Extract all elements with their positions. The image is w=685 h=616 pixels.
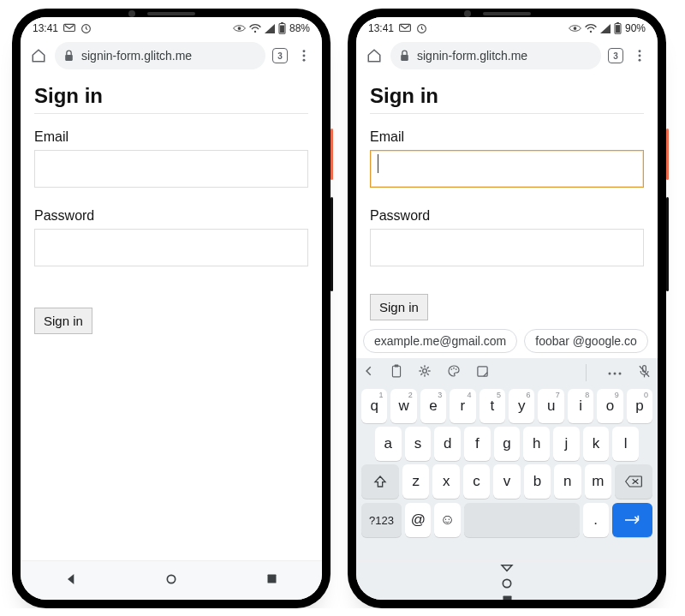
key-p[interactable]: p0 — [627, 389, 652, 423]
svg-point-22 — [639, 55, 641, 57]
password-field[interactable] — [370, 229, 644, 266]
backspace-key[interactable] — [615, 464, 652, 499]
key-m[interactable]: m — [585, 464, 611, 499]
at-key[interactable]: @ — [405, 503, 431, 537]
status-time: 13:41 — [368, 22, 394, 34]
symbols-key[interactable]: ?123 — [361, 503, 402, 537]
svg-point-39 — [609, 373, 611, 375]
key-b[interactable]: b — [524, 464, 551, 499]
key-r[interactable]: r4 — [450, 389, 475, 423]
nav-home-icon[interactable] — [500, 577, 514, 594]
key-y[interactable]: y6 — [509, 389, 534, 423]
password-field[interactable] — [34, 229, 308, 266]
key-x[interactable]: x — [432, 464, 459, 499]
key-z[interactable]: z — [402, 464, 429, 499]
svg-line-31 — [420, 367, 422, 368]
signin-button[interactable]: Sign in — [370, 294, 428, 320]
palette-icon[interactable] — [447, 364, 461, 381]
password-label: Password — [34, 208, 308, 224]
key-j[interactable]: j — [553, 427, 580, 461]
lock-icon — [399, 50, 410, 62]
sticker-icon[interactable] — [476, 365, 489, 381]
gear-icon[interactable] — [418, 364, 432, 381]
email-label: Email — [34, 129, 308, 145]
autofill-suggestion[interactable]: foobar @google.co — [524, 329, 648, 353]
email-label: Email — [370, 129, 644, 145]
page-content: Sign in Email Password Sign in — [21, 75, 322, 560]
url-bar[interactable]: signin-form.glitch.me — [390, 42, 601, 69]
wifi-icon — [249, 24, 261, 33]
key-w[interactable]: w2 — [390, 389, 416, 423]
key-i[interactable]: i8 — [568, 389, 593, 423]
volume-button — [331, 197, 333, 291]
key-f[interactable]: f — [464, 427, 491, 461]
key-v[interactable]: v — [493, 464, 520, 499]
nav-recent-icon[interactable] — [265, 572, 278, 589]
svg-rect-20 — [401, 55, 408, 61]
nav-recent-icon[interactable] — [501, 594, 514, 600]
key-l[interactable]: l — [612, 427, 639, 461]
enter-key[interactable] — [612, 503, 652, 537]
svg-point-3 — [254, 30, 256, 32]
svg-point-15 — [574, 27, 577, 30]
space-key[interactable] — [464, 503, 580, 537]
home-icon[interactable] — [365, 48, 384, 63]
svg-rect-5 — [281, 22, 283, 23]
browser-toolbar: signin-form.glitch.me 3 — [21, 39, 322, 75]
key-a[interactable]: a — [375, 427, 402, 461]
phone-speaker — [483, 12, 531, 15]
autofill-suggestion[interactable]: example.me@gmail.com — [363, 329, 517, 353]
more-icon[interactable] — [607, 365, 622, 380]
tab-switcher[interactable]: 3 — [272, 48, 288, 63]
svg-point-11 — [168, 575, 176, 583]
key-h[interactable]: h — [523, 427, 550, 461]
home-icon[interactable] — [29, 48, 48, 63]
phone-left: 13:41 88% signin-form.glitch.me 3 — [12, 9, 331, 608]
keyboard-row: ?123 @ ☺ . — [356, 500, 658, 542]
nav-home-icon[interactable] — [164, 572, 178, 589]
battery-percent: 88% — [289, 22, 310, 34]
key-d[interactable]: d — [434, 427, 461, 461]
dot-key[interactable]: . — [583, 503, 609, 537]
tab-switcher[interactable]: 3 — [608, 48, 623, 63]
key-k[interactable]: k — [583, 427, 610, 461]
eye-icon — [569, 24, 581, 33]
mic-off-icon[interactable] — [638, 364, 651, 382]
emoji-key[interactable]: ☺ — [434, 503, 460, 537]
key-t[interactable]: t5 — [480, 389, 505, 423]
nav-back-icon[interactable] — [64, 572, 78, 589]
system-navbar — [21, 560, 322, 600]
nav-hide-keyboard-icon[interactable] — [500, 561, 514, 577]
svg-point-9 — [303, 55, 306, 57]
svg-rect-18 — [616, 22, 619, 23]
key-u[interactable]: u7 — [538, 389, 563, 423]
battery-percent: 90% — [625, 22, 646, 34]
svg-point-21 — [639, 50, 641, 52]
shift-key[interactable] — [361, 464, 399, 499]
key-e[interactable]: e3 — [420, 389, 446, 423]
keyboard-row: zxcvbnm — [356, 463, 658, 500]
keyboard-row: asdfghjkl — [356, 425, 658, 463]
phone-right: 13:41 90% signin-form.glitch.me 3 — [348, 9, 666, 608]
svg-point-2 — [238, 27, 241, 30]
email-field[interactable] — [34, 150, 308, 188]
key-g[interactable]: g — [494, 427, 521, 461]
key-q[interactable]: q1 — [361, 389, 387, 423]
system-navbar — [356, 560, 658, 600]
signin-button[interactable]: Sign in — [34, 308, 92, 334]
key-s[interactable]: s — [405, 427, 432, 461]
menu-icon[interactable] — [295, 48, 313, 63]
key-n[interactable]: n — [554, 464, 581, 499]
phone-camera — [464, 10, 471, 17]
key-c[interactable]: c — [463, 464, 490, 499]
svg-point-41 — [619, 373, 622, 375]
url-bar[interactable]: signin-form.glitch.me — [55, 42, 265, 69]
divider — [586, 364, 587, 381]
email-field[interactable] — [370, 150, 644, 188]
clipboard-icon[interactable] — [390, 364, 402, 381]
key-o[interactable]: o9 — [597, 389, 622, 423]
menu-icon[interactable] — [630, 48, 649, 63]
svg-point-35 — [450, 368, 452, 370]
msg-icon — [63, 23, 75, 33]
chevron-left-icon[interactable] — [363, 365, 375, 380]
